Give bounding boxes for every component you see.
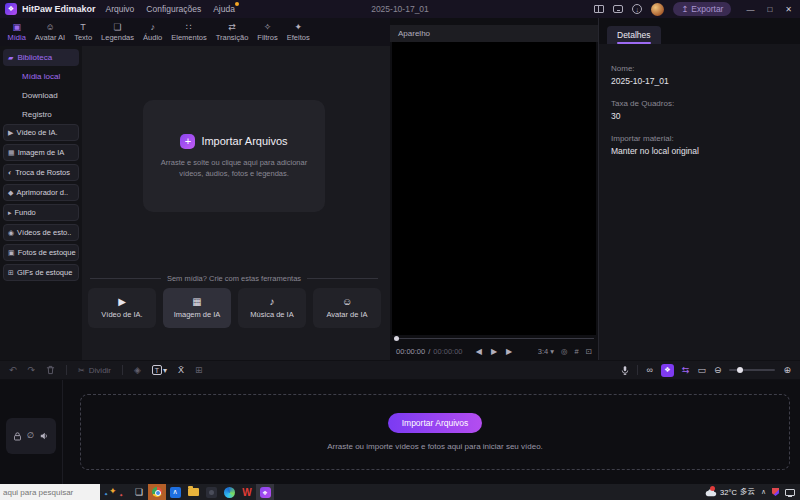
tool-card-imagem-ia[interactable]: ▦Imagem de IA bbox=[163, 288, 231, 328]
preview-screen[interactable] bbox=[392, 42, 596, 335]
paw-icon: ❖ bbox=[8, 5, 14, 13]
play-button[interactable]: ▶ bbox=[491, 347, 497, 356]
down-arrow-icon: ↓ bbox=[635, 6, 639, 13]
mute-track-button[interactable] bbox=[40, 432, 48, 440]
export-button[interactable]: ↥ Exportar bbox=[673, 2, 731, 16]
tab-texto[interactable]: TTexto bbox=[70, 18, 97, 46]
effects-icon: ✦ bbox=[294, 22, 302, 33]
taskbar-app-dark[interactable] bbox=[202, 484, 220, 500]
undo-button[interactable]: ↶ bbox=[9, 366, 17, 375]
search-highlights-icon[interactable]: ✦ ✦ ✦ bbox=[100, 484, 130, 500]
taskbar-app-blue[interactable]: ∧ bbox=[166, 484, 184, 500]
scrubber-handle[interactable] bbox=[394, 336, 399, 341]
sidebar-item-imagem-ia[interactable]: ▦Imagem de IA bbox=[3, 144, 79, 161]
tab-avatar-ai[interactable]: ☺Avatar AI bbox=[30, 18, 69, 46]
split-button[interactable]: ✂ Dividir bbox=[78, 366, 111, 375]
clear-subtitles-button[interactable]: X̄ bbox=[178, 366, 184, 375]
redo-button[interactable]: ↷ bbox=[28, 366, 36, 375]
tool-card-video-ia[interactable]: ▶Vídeo de IA. bbox=[88, 288, 156, 328]
grid-button[interactable]: # bbox=[575, 347, 579, 356]
text-to-speech-button[interactable]: T▾ bbox=[152, 365, 167, 375]
weather-widget[interactable]: 32°C 多云 bbox=[704, 487, 755, 497]
sidebar-item-registro[interactable]: Registro bbox=[0, 105, 82, 124]
record-voice-button[interactable] bbox=[621, 365, 629, 376]
taskbar-app-hitpaw[interactable]: ❖ bbox=[256, 484, 274, 500]
dark-app-icon bbox=[206, 487, 217, 498]
speaker-icon bbox=[40, 432, 48, 440]
separator bbox=[637, 365, 638, 375]
feedback-icon[interactable] bbox=[613, 5, 623, 13]
sidebar-item-fotos-estoque[interactable]: ▣Fotos de estoque bbox=[3, 244, 79, 261]
sidebar-item-biblioteca[interactable]: ▰ Biblioteca bbox=[3, 49, 79, 66]
update-download-icon[interactable]: ↓ bbox=[632, 4, 642, 14]
zoom-slider-handle[interactable] bbox=[737, 367, 743, 373]
tool-card-musica-ia[interactable]: ♪Música de IA bbox=[238, 288, 306, 328]
tab-transicao[interactable]: ⇄Transição bbox=[211, 18, 253, 46]
import-files-dropzone[interactable]: + Importar Arquivos Arraste e solte ou c… bbox=[143, 100, 325, 212]
tab-detalhes[interactable]: Detalhes bbox=[607, 26, 661, 44]
taskbar-app-browser[interactable] bbox=[148, 484, 166, 500]
timeline-dropzone[interactable]: Importar Arquivos Arraste ou importe víd… bbox=[80, 394, 790, 470]
zoom-out-button[interactable]: ⊖ bbox=[714, 366, 722, 375]
menu-arquivo[interactable]: Arquivo bbox=[106, 4, 135, 14]
auto-ripple-button[interactable]: ⇆ bbox=[682, 365, 690, 375]
tab-audio[interactable]: ♪Áudio bbox=[139, 18, 167, 46]
app-logo-icon: ❖ bbox=[5, 3, 17, 15]
layout-panels-icon[interactable] bbox=[594, 5, 604, 13]
tool-label: Avatar de IA bbox=[326, 310, 367, 319]
add-marker-button[interactable]: ⊞ bbox=[195, 366, 203, 375]
sidebar-item-midia-local[interactable]: Mídia local bbox=[0, 67, 82, 86]
sidebar-item-fundo[interactable]: ▸Fundo bbox=[3, 204, 79, 221]
tab-efeitos[interactable]: ✦Efeitos bbox=[282, 18, 314, 46]
user-avatar[interactable] bbox=[651, 3, 664, 16]
scrubber-track bbox=[394, 338, 594, 339]
fullscreen-button[interactable]: ⊡ bbox=[586, 347, 592, 356]
preview-scrubber[interactable] bbox=[394, 336, 594, 340]
transition-icon: ⇄ bbox=[228, 22, 236, 33]
close-button[interactable]: ✕ bbox=[785, 5, 792, 14]
badge-tool-button[interactable]: ◈ bbox=[134, 366, 141, 375]
delete-button[interactable] bbox=[46, 365, 55, 375]
sidebar-item-gifs-estoque[interactable]: ⊞GIFs de estoque bbox=[3, 264, 79, 281]
preview-panel: Aparelho 00:00:00 / 00:00:00 ◀ ▶ ▶ 3:4▾ … bbox=[390, 18, 598, 360]
hide-track-button[interactable]: ∅ bbox=[27, 432, 34, 440]
sidebar-item-aprimorador[interactable]: ◆Aprimorador d.. bbox=[3, 184, 79, 201]
sidebar-item-video-ia[interactable]: ▶Vídeo de IA. bbox=[3, 124, 79, 141]
link-clips-button[interactable]: ∞ bbox=[646, 366, 652, 375]
timeline-zoom-slider[interactable] bbox=[729, 369, 775, 371]
timeline-import-button[interactable]: Importar Arquivos bbox=[388, 413, 483, 433]
ai-image-icon: ▦ bbox=[192, 297, 201, 307]
preview-title: Aparelho bbox=[398, 29, 430, 38]
maximize-button[interactable]: □ bbox=[767, 5, 772, 14]
sidebar-item-troca-rostos[interactable]: ◐Troca de Rostos bbox=[3, 164, 79, 181]
tool-card-avatar-ia[interactable]: ☺Avatar de IA bbox=[313, 288, 381, 328]
snapshot-button[interactable]: ◎ bbox=[561, 347, 568, 356]
tab-filtros[interactable]: ✧Filtros bbox=[253, 18, 282, 46]
track-options-button[interactable]: ▭ bbox=[697, 366, 706, 375]
item-label: GIFs de estoque bbox=[17, 268, 72, 277]
tab-midia[interactable]: ▣Mídia bbox=[3, 18, 30, 46]
zoom-in-button[interactable]: ⊕ bbox=[783, 366, 791, 375]
taskbar-search-input[interactable] bbox=[0, 484, 100, 500]
tab-elementos[interactable]: ∷Elementos bbox=[167, 18, 211, 46]
field-value-taxa: 30 bbox=[611, 111, 788, 121]
tray-expand-button[interactable]: ∧ bbox=[761, 488, 766, 496]
sidebar-item-download[interactable]: Download bbox=[0, 86, 82, 105]
keyframe-button[interactable]: ❖ bbox=[661, 364, 674, 377]
task-view-button[interactable]: ❏ bbox=[130, 484, 148, 500]
lock-track-button[interactable] bbox=[14, 432, 21, 441]
minimize-button[interactable]: — bbox=[746, 5, 754, 14]
menu-ajuda[interactable]: Ajuda bbox=[213, 4, 235, 14]
prev-frame-button[interactable]: ◀ bbox=[476, 347, 482, 356]
taskbar-app-wps[interactable]: W bbox=[238, 484, 256, 500]
network-tray-icon[interactable] bbox=[785, 489, 795, 496]
tab-legendas[interactable]: ❏Legendas bbox=[97, 18, 139, 46]
taskbar-app-edge[interactable] bbox=[220, 484, 238, 500]
export-icon: ↥ bbox=[681, 4, 688, 14]
taskbar-file-explorer[interactable] bbox=[184, 484, 202, 500]
aspect-ratio-select[interactable]: 3:4▾ bbox=[538, 347, 554, 356]
sidebar-item-videos-estoque[interactable]: ◉Vídeos de esto.. bbox=[3, 224, 79, 241]
menu-configuracoes[interactable]: Configurações bbox=[146, 4, 201, 14]
next-frame-button[interactable]: ▶ bbox=[506, 347, 512, 356]
antivirus-tray-icon[interactable] bbox=[772, 488, 779, 496]
